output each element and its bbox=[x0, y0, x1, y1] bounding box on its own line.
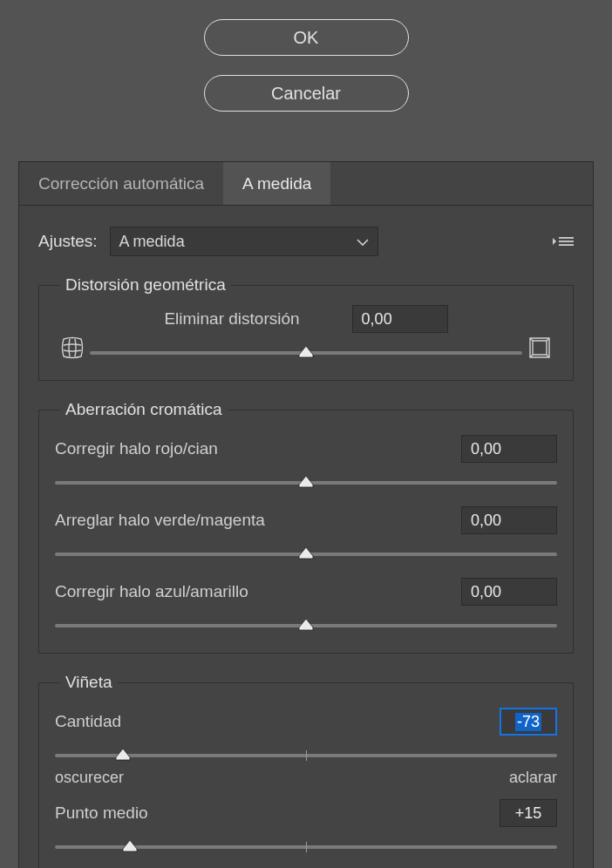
vignette-midpoint-label: Punto medio bbox=[55, 804, 500, 823]
svg-rect-1 bbox=[559, 241, 574, 242]
tab-custom[interactable]: A medida bbox=[223, 162, 330, 205]
remove-distortion-label: Eliminar distorsión bbox=[164, 309, 299, 329]
settings-dropdown-value: A medida bbox=[119, 233, 185, 251]
vignette-midpoint-value[interactable]: +15 bbox=[500, 799, 557, 827]
fix-red-cyan-label: Corregir halo rojo/cian bbox=[55, 439, 461, 458]
lens-correction-panel: Corrección automática A medida Ajustes: … bbox=[18, 161, 594, 868]
tabs: Corrección automática A medida bbox=[19, 162, 593, 206]
fix-blue-yellow-label: Corregir halo azul/amarillo bbox=[55, 582, 461, 601]
group-vignette-legend: Viñeta bbox=[60, 673, 118, 692]
settings-label: Ajustes: bbox=[38, 232, 98, 251]
remove-distortion-slider[interactable] bbox=[90, 343, 522, 363]
pincushion-distortion-icon[interactable] bbox=[522, 336, 557, 360]
fix-blue-yellow-slider[interactable] bbox=[55, 616, 557, 635]
vignette-amount-value[interactable]: -73 bbox=[500, 708, 557, 736]
vignette-amount-slider[interactable] bbox=[55, 746, 557, 765]
vignette-midpoint-slider[interactable] bbox=[55, 837, 557, 857]
vignette-lighten-label: aclarar bbox=[509, 769, 557, 787]
group-geometric-legend: Distorsión geométrica bbox=[60, 275, 231, 295]
fix-red-cyan-slider[interactable] bbox=[55, 473, 557, 492]
fix-green-magenta-label: Arreglar halo verde/magenta bbox=[55, 511, 461, 530]
fix-green-magenta-value[interactable]: 0,00 bbox=[461, 506, 557, 534]
fix-red-cyan-value[interactable]: 0,00 bbox=[461, 435, 557, 463]
group-chromatic-aberration: Aberración cromática Corregir halo rojo/… bbox=[38, 400, 574, 654]
settings-dropdown[interactable]: A medida bbox=[110, 227, 378, 256]
vignette-amount-label: Cantidad bbox=[55, 712, 500, 731]
cancel-button[interactable]: Cancelar bbox=[204, 75, 409, 112]
panel-menu-icon[interactable] bbox=[553, 234, 574, 248]
barrel-distortion-icon[interactable] bbox=[55, 336, 90, 360]
vignette-darken-label: oscurecer bbox=[55, 769, 124, 787]
svg-rect-2 bbox=[559, 244, 574, 246]
group-vignette: Viñeta Cantidad -73 oscurecer aclarar Pu… bbox=[38, 673, 574, 868]
fix-green-magenta-slider[interactable] bbox=[55, 545, 557, 564]
ok-button[interactable]: OK bbox=[204, 19, 409, 56]
group-geometric-distortion: Distorsión geométrica Eliminar distorsió… bbox=[38, 275, 574, 381]
remove-distortion-value[interactable]: 0,00 bbox=[352, 305, 448, 333]
tab-auto-correction[interactable]: Corrección automática bbox=[19, 162, 223, 205]
svg-rect-0 bbox=[559, 237, 574, 239]
group-chromatic-legend: Aberración cromática bbox=[60, 400, 228, 419]
chevron-down-icon bbox=[357, 233, 369, 251]
fix-blue-yellow-value[interactable]: 0,00 bbox=[461, 578, 557, 606]
